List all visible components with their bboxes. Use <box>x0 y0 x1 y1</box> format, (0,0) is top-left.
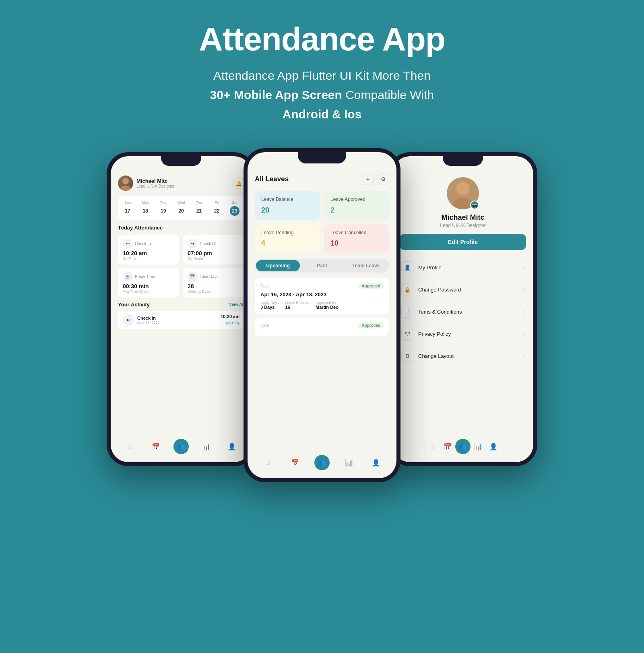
activity-time: 10:20 am On Time <box>221 314 239 326</box>
break-label: Break Time <box>135 275 155 279</box>
menu-my-profile[interactable]: 👤 My Profile › <box>400 256 526 279</box>
total-days-sub: Working Days <box>188 289 239 293</box>
phone-right: 📷 Michael Mitc Lead UI/UX Designer Edit … <box>388 152 537 466</box>
nav-profile-r[interactable]: 👤 <box>486 439 501 454</box>
user-role: Lead UI/UX Designer <box>136 184 233 188</box>
check-in-label: Check In <box>135 242 151 246</box>
notch-center <box>298 152 346 163</box>
edit-profile-button[interactable]: Edit Profile <box>400 234 526 250</box>
approved-by: Approved By Martin Deo <box>316 301 339 310</box>
tab-team-leave[interactable]: Team Leave <box>344 260 388 271</box>
leaves-actions: + ⚙ <box>362 173 389 185</box>
activity-item: ↩ Check In April 17, 2023 10:20 am On Ti… <box>118 311 244 329</box>
change-password-label: Change Password <box>418 287 461 293</box>
notch-right <box>443 156 483 166</box>
nav-calendar-c[interactable]: 📅 <box>287 455 303 470</box>
leave-record-1-header: Date Approved <box>260 283 384 289</box>
nav-home-r[interactable]: ⌂ <box>425 439 440 454</box>
chevron-privacy: › <box>522 331 524 337</box>
activity-status: On Time <box>226 321 239 325</box>
nav-home[interactable]: ⌂ <box>123 439 138 454</box>
menu-terms[interactable]: 📄 Tems & Conditions › <box>400 301 526 323</box>
camera-icon[interactable]: 📷 <box>470 200 479 209</box>
activity-title: Your Activity <box>118 302 150 308</box>
day-mon: Mon 18 <box>140 200 150 216</box>
nav-people-c-active[interactable]: 👥 <box>314 455 330 470</box>
home-header: Michael Mitc Lead UI/UX Designer 🔔 <box>118 176 244 191</box>
tab-past[interactable]: Past <box>300 260 344 271</box>
nav-chart-c[interactable]: 📊 <box>341 455 357 470</box>
menu-privacy[interactable]: 🛡 Privacy Policy › <box>400 323 526 345</box>
svg-point-0 <box>122 178 129 184</box>
leave-approved-label: Leave Approved <box>330 196 383 203</box>
break-time-card: ☕ Break Time 00:30 min Avg Time 30 min <box>118 268 180 298</box>
menu-change-layout[interactable]: ⇅ Change Layout › <box>400 345 526 367</box>
day-sat: Sat 23 <box>230 200 239 216</box>
leave-pending-card: Leave Pending 4 <box>255 224 320 254</box>
break-sub: Avg Time 30 min <box>123 289 175 293</box>
activity-time-value: 10:20 am <box>221 314 239 319</box>
total-days-label: Total Days <box>200 275 219 279</box>
phone-left: Michael Mitc Lead UI/UX Designer 🔔 Sun 1… <box>107 152 256 466</box>
tab-upcoming[interactable]: Upcoming <box>256 260 300 271</box>
nav-calendar[interactable]: 📅 <box>148 439 163 454</box>
nav-people-active[interactable]: 👥 <box>173 439 189 454</box>
check-out-label: Check Out <box>200 242 219 246</box>
page-subtitle: Attendance App Flutter UI Kit More Then … <box>210 66 434 124</box>
leave-record-2: Date Approved <box>255 318 389 336</box>
break-value: 00:30 min <box>123 283 175 289</box>
nav-calendar-r[interactable]: 📅 <box>440 439 455 454</box>
terms-label: Tems & Conditions <box>418 309 462 315</box>
leave-cancelled-label: Leave Cancelled <box>330 230 383 236</box>
bottom-nav-center: ⌂ 📅 👥 📊 👤 <box>255 452 389 472</box>
leave-record-1: Date Approved Apr 15, 2023 - Apr 18, 202… <box>255 278 389 314</box>
week-days: Sun 17 Mon 18 Tue 19 Wed <box>123 200 239 216</box>
check-out-time: 07:00 pm <box>188 250 239 256</box>
leave-record-1-date-label: Date <box>260 284 269 288</box>
add-leave-icon[interactable]: + <box>362 173 374 185</box>
leave-record-2-header: Date Approved <box>260 322 384 329</box>
calendar-icon: 📅 <box>188 272 197 281</box>
leave-balance-card: Leave Balance 20 <box>255 191 320 220</box>
attendance-section-title: Today Attendance <box>118 225 244 231</box>
attendance-grid: ↩ Check In 10:20 am On Time ↪ Check Out … <box>118 235 244 298</box>
check-in-card: ↩ Check In 10:20 am On Time <box>118 235 180 265</box>
view-all-link[interactable]: View All <box>229 302 244 307</box>
privacy-label: Privacy Policy <box>418 331 451 337</box>
nav-people-r-active[interactable]: 👥 <box>455 439 471 454</box>
filter-icon[interactable]: ⚙ <box>377 173 389 185</box>
nav-profile-c[interactable]: 👤 <box>368 455 384 470</box>
bell-icon[interactable]: 🔔 <box>233 178 244 189</box>
leave-details-row-1: Apply Days 3 Days Leave Balance 16 Appro… <box>260 301 384 310</box>
chevron-profile: › <box>522 264 524 271</box>
chevron-terms: › <box>522 308 524 315</box>
user-name: Michael Mitc <box>136 178 233 184</box>
leave-balance-detail: Leave Balance 16 <box>285 301 310 310</box>
leave-approved-value: 2 <box>330 206 383 215</box>
check-out-status: Go Home <box>188 256 239 260</box>
apply-days: Apply Days 3 Days <box>260 301 279 310</box>
chevron-password: › <box>522 286 524 293</box>
right-screen: 📷 Michael Mitc Lead UI/UX Designer Edit … <box>392 156 533 462</box>
activity-name: Check In <box>137 316 217 320</box>
profile-menu: 👤 My Profile › 🔒 Change Password › <box>400 256 526 367</box>
nav-home-c[interactable]: ⌂ <box>260 455 276 470</box>
day-wed: Wed 20 <box>176 200 186 216</box>
leave-pending-value: 4 <box>261 239 314 248</box>
nav-chart-r[interactable]: 📊 <box>471 439 486 454</box>
nav-chart[interactable]: 📊 <box>199 439 214 454</box>
leave-record-1-status: Approved <box>358 283 384 289</box>
day-fri: Fri 22 <box>212 200 222 216</box>
activity-checkin-icon: ↩ <box>123 314 134 326</box>
document-icon: 📄 <box>401 306 413 318</box>
profile-avatar-container: 📷 <box>447 177 479 209</box>
day-tue: Tue 19 <box>159 200 168 216</box>
activity-header: Your Activity View All <box>118 302 244 308</box>
left-screen: Michael Mitc Lead UI/UX Designer 🔔 Sun 1… <box>111 156 252 462</box>
leave-pending-label: Leave Pending <box>261 230 314 236</box>
page-title: Attendance App <box>199 20 445 58</box>
layout-icon: ⇅ <box>401 350 413 362</box>
menu-change-password[interactable]: 🔒 Change Password › <box>400 279 526 301</box>
nav-profile[interactable]: 👤 <box>224 439 239 454</box>
lock-icon: 🔒 <box>401 283 413 296</box>
